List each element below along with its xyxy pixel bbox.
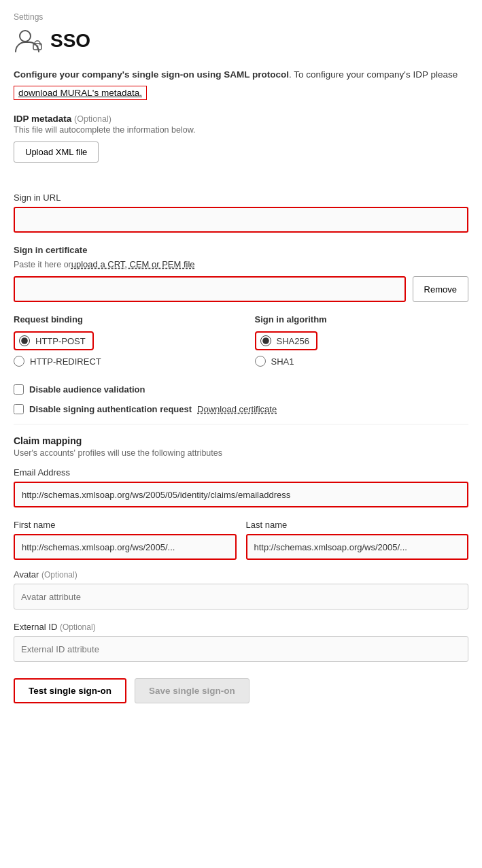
request-binding-section: Request binding HTTP-POST HTTP-REDIRECT (14, 314, 228, 372)
first-name-input[interactable] (14, 534, 237, 560)
sha1-radio[interactable] (255, 356, 266, 367)
last-name-input[interactable] (246, 534, 469, 560)
page-header: SSO (14, 26, 468, 56)
bottom-actions: Test single sign-on Save single sign-on (14, 678, 468, 703)
avatar-label: Avatar (Optional) (14, 569, 468, 580)
http-redirect-radio[interactable] (14, 356, 24, 367)
download-certificate-link[interactable]: Download certificate (197, 404, 277, 414)
cert-input-row: Remove (14, 276, 468, 302)
divider (14, 424, 468, 424)
sign-in-algorithm-section: Sign in algorithm SHA256 SHA1 (255, 314, 469, 372)
last-name-label: Last name (246, 520, 469, 530)
sign-in-url-input[interactable] (14, 207, 468, 233)
name-fields-row: First name Last name (14, 520, 468, 560)
sign-in-url-field: Sign in URL (14, 193, 468, 233)
claim-mapping-title: Claim mapping (14, 435, 468, 446)
page-title: SSO (50, 30, 90, 52)
idp-metadata-label: IDP metadata (Optional) (14, 114, 468, 124)
sha256-radio[interactable] (260, 335, 271, 346)
sign-in-cert-sublabel: Paste it here orupload a CRT, CEM or PEM… (14, 259, 468, 269)
disable-signing-label: Disable signing authentication request (29, 404, 192, 414)
email-field-group: Email Address (14, 467, 468, 507)
binding-algorithm-section: Request binding HTTP-POST HTTP-REDIRECT … (14, 314, 468, 372)
idp-metadata-sublabel: This file will autocomplete the informat… (14, 125, 468, 135)
sign-in-cert-input[interactable] (14, 276, 406, 302)
remove-cert-button[interactable]: Remove (413, 276, 468, 302)
idp-metadata-section: IDP metadata (Optional) This file will a… (14, 114, 468, 178)
disable-signing-checkbox[interactable] (14, 404, 24, 414)
claim-mapping-section: Claim mapping User's accounts' profiles … (14, 435, 468, 662)
http-post-bordered: HTTP-POST (14, 331, 94, 350)
disable-audience-row[interactable]: Disable audience validation (14, 384, 468, 395)
claim-mapping-sub: User's accounts' profiles will use the f… (14, 448, 468, 458)
svg-point-2 (37, 46, 39, 48)
avatar-field-group: Avatar (Optional) (14, 569, 468, 610)
external-id-input[interactable] (14, 636, 468, 662)
disable-audience-label: Disable audience validation (29, 384, 145, 395)
download-metadata-link[interactable]: download MURAL's metadata. (14, 86, 147, 100)
sha256-bordered: SHA256 (255, 331, 317, 350)
first-name-field-group: First name (14, 520, 237, 560)
request-binding-label: Request binding (14, 314, 228, 324)
sign-in-url-label: Sign in URL (14, 193, 468, 203)
upload-cert-link[interactable]: upload a CRT, CEM or PEM file (71, 259, 195, 269)
avatar-input[interactable] (14, 584, 468, 610)
sha256-option[interactable]: SHA256 (255, 331, 469, 350)
sha1-option[interactable]: SHA1 (255, 356, 469, 367)
disable-audience-checkbox[interactable] (14, 384, 24, 395)
svg-point-0 (20, 31, 31, 41)
sign-in-algorithm-label: Sign in algorithm (255, 314, 469, 324)
test-sso-button[interactable]: Test single sign-on (14, 678, 126, 703)
email-input[interactable] (14, 482, 468, 507)
save-sso-button[interactable]: Save single sign-on (135, 678, 249, 703)
disable-signing-row[interactable]: Disable signing authentication request D… (14, 404, 468, 414)
http-redirect-option[interactable]: HTTP-REDIRECT (14, 356, 228, 367)
sign-in-cert-field: Sign in certificate Paste it here oruplo… (14, 245, 468, 302)
upload-xml-button[interactable]: Upload XML file (14, 141, 99, 163)
first-name-label: First name (14, 520, 237, 530)
external-id-field-group: External ID (Optional) (14, 622, 468, 662)
email-label: Email Address (14, 467, 468, 478)
sign-in-cert-label: Sign in certificate (14, 245, 468, 255)
description-text: Configure your company's single sign-on … (14, 68, 468, 82)
last-name-field-group: Last name (246, 520, 469, 560)
sso-icon (14, 26, 44, 56)
external-id-label: External ID (Optional) (14, 622, 468, 632)
http-post-option[interactable]: HTTP-POST (14, 331, 228, 350)
breadcrumb: Settings (14, 12, 468, 22)
http-post-radio[interactable] (19, 335, 30, 346)
